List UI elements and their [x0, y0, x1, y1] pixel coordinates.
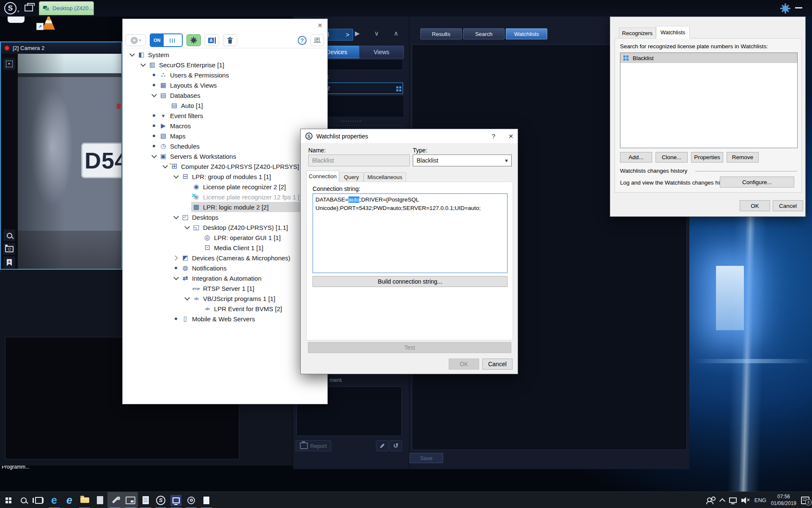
- tree-expander[interactable]: [172, 263, 180, 273]
- tree-expander[interactable]: [150, 131, 158, 141]
- media-client-taskbar-button[interactable]: [168, 492, 184, 508]
- task-view-taskbar-button[interactable]: [31, 492, 47, 508]
- desktop-tab[interactable]: Desktop (Z420…: [39, 1, 94, 15]
- tab-recognizers[interactable]: Recognizers: [619, 28, 656, 39]
- tree-item[interactable]: Notifications: [123, 263, 327, 273]
- tree-expander[interactable]: [183, 222, 191, 232]
- cancel-button[interactable]: Cancel: [773, 200, 803, 211]
- watchlist-list-item[interactable]: Blacklist: [620, 53, 797, 63]
- chevron-down-icon[interactable]: ∨: [374, 30, 379, 37]
- minimize-button[interactable]: [795, 7, 802, 8]
- securos-taskbar-button[interactable]: [153, 492, 168, 508]
- tree-expander[interactable]: [194, 243, 202, 253]
- chevron-down-icon[interactable]: ▾: [17, 9, 19, 14]
- camera-window[interactable]: [2] Camera 2 + D54: [0, 41, 122, 270]
- tree-item[interactable]: Auto [1]: [123, 100, 327, 110]
- notification-center-icon[interactable]: 2: [801, 497, 809, 504]
- settings-button[interactable]: [187, 34, 201, 46]
- tree-expander[interactable]: [183, 192, 191, 202]
- test-button[interactable]: Test: [308, 342, 511, 353]
- tree-expander[interactable]: [150, 90, 158, 100]
- tree-expander[interactable]: [183, 293, 191, 304]
- tree-item[interactable]: Desktop (Z420-LPRSYS) [1.1]: [123, 222, 327, 232]
- tree-item[interactable]: LPR: operator GUI 1 [1]: [123, 232, 327, 243]
- notepad-taskbar-button[interactable]: [138, 492, 153, 508]
- add-object-button[interactable]: + ▾: [126, 34, 146, 46]
- volume-muted-icon[interactable]: [741, 497, 750, 504]
- dialog-help-button[interactable]: ?: [487, 133, 500, 140]
- edit-button[interactable]: [376, 440, 389, 451]
- tree-expander[interactable]: [150, 121, 158, 131]
- tab-miscellaneous[interactable]: Miscellaneous: [364, 172, 406, 182]
- tree-expander[interactable]: [183, 202, 191, 212]
- clock[interactable]: 07:56 01/08/2019: [771, 494, 796, 507]
- tree-item[interactable]: License plate recognizer 2 [2]: [123, 182, 327, 192]
- delete-button[interactable]: [223, 34, 237, 46]
- wrench-taskbar-button[interactable]: [107, 492, 123, 508]
- help-button[interactable]: ?: [298, 36, 307, 45]
- tree-expander[interactable]: [150, 110, 158, 121]
- tree-item[interactable]: SecurOS Enterprise [1]: [123, 60, 327, 70]
- tree-item[interactable]: VB/JScript programs 1 [1]: [123, 293, 327, 304]
- tree-expander[interactable]: [150, 80, 158, 90]
- tree-item[interactable]: Computer Z420-LPRSYS [Z420-LPRSYS]: [123, 161, 327, 171]
- tree-expander[interactable]: [150, 70, 158, 80]
- help-taskbar-button[interactable]: [199, 492, 214, 508]
- type-select[interactable]: Blacklist: [413, 155, 512, 166]
- name-field[interactable]: Blacklist: [308, 155, 410, 166]
- build-connection-string-button[interactable]: Build connection string...: [313, 276, 508, 287]
- remote-desktop-taskbar-button[interactable]: [123, 492, 138, 508]
- tree-item[interactable]: RTSP Server 1 [1]: [123, 283, 327, 293]
- tree-item[interactable]: LPR: group of modules 1 [1]: [123, 171, 327, 182]
- watchlist-action-button[interactable]: Properties: [691, 152, 723, 163]
- tree-item[interactable]: Devices (Cameras & Microphones): [123, 253, 327, 263]
- tree-item[interactable]: Users & Permissions: [123, 70, 327, 80]
- tree-expander[interactable]: [161, 100, 169, 110]
- ip-device-button[interactable]: IP: [310, 34, 324, 46]
- operator-gui-taskbar-button[interactable]: [184, 492, 199, 508]
- window-switch-icon[interactable]: [25, 5, 33, 11]
- file-explorer-taskbar-button[interactable]: [77, 492, 92, 508]
- tree-item[interactable]: Schedules: [123, 141, 327, 151]
- tree-expander[interactable]: [172, 314, 180, 324]
- cancel-button[interactable]: Cancel: [482, 359, 513, 370]
- tree-expander[interactable]: [172, 171, 180, 182]
- tree-item[interactable]: Desktops: [123, 212, 327, 222]
- report-button[interactable]: Report: [296, 440, 331, 451]
- close-icon[interactable]: ×: [318, 21, 322, 30]
- gear-icon[interactable]: [780, 3, 790, 14]
- tree-expander[interactable]: [128, 50, 136, 60]
- watchlist-action-button[interactable]: Remove: [727, 152, 759, 163]
- tree-item[interactable]: Event filters: [123, 110, 327, 121]
- tree-expander[interactable]: [194, 232, 202, 243]
- tray-chevron-up-icon[interactable]: [719, 498, 725, 504]
- edge-taskbar-button[interactable]: [47, 492, 62, 508]
- tree-expander[interactable]: [150, 151, 158, 161]
- results-tab[interactable]: Results: [420, 28, 462, 39]
- document-download-taskbar-button[interactable]: [92, 492, 107, 508]
- rename-button[interactable]: A: [205, 34, 219, 46]
- start-taskbar-button[interactable]: [1, 492, 16, 508]
- camera-title-bar[interactable]: [2] Camera 2: [1, 42, 121, 54]
- tab-connection[interactable]: Connection: [306, 171, 339, 182]
- tree-item[interactable]: Macros: [123, 121, 327, 131]
- search-taskbar-button[interactable]: [16, 492, 31, 508]
- chevron-up-icon[interactable]: ∧: [394, 30, 398, 37]
- camera-video[interactable]: D54: [18, 54, 121, 269]
- undo-button[interactable]: ↺: [390, 440, 402, 451]
- people-icon[interactable]: [706, 497, 716, 504]
- tree-expander[interactable]: [172, 253, 180, 263]
- tree-expander[interactable]: [183, 182, 191, 192]
- fit-frame-button[interactable]: [3, 58, 15, 70]
- tree-expander[interactable]: [150, 141, 158, 151]
- tree-item[interactable]: Databases: [123, 90, 327, 100]
- tab-query[interactable]: Query: [339, 172, 364, 182]
- network-icon[interactable]: [729, 497, 737, 503]
- results-tab[interactable]: Watchlists: [506, 28, 547, 39]
- tree-item[interactable]: Layouts & Views: [123, 80, 327, 90]
- configure-button[interactable]: Configure...: [720, 177, 794, 188]
- watchlist-action-button[interactable]: Add...: [620, 152, 652, 163]
- ok-button[interactable]: OK: [449, 359, 479, 370]
- securos-logo-icon[interactable]: S: [4, 2, 16, 14]
- watchlist-action-button[interactable]: Clone...: [656, 152, 688, 163]
